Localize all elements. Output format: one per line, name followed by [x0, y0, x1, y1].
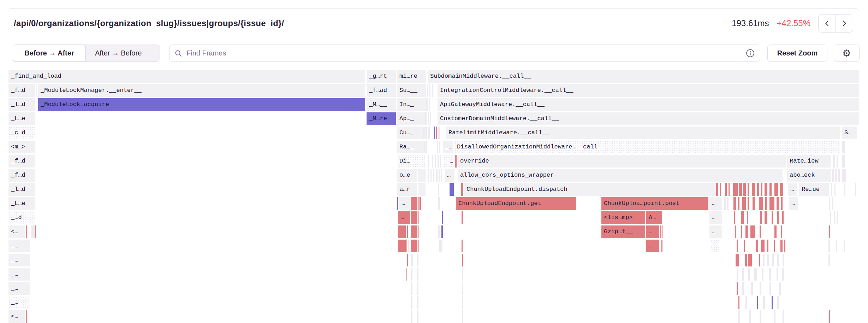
flame-frame[interactable]: Rate…iew: [787, 155, 831, 168]
flame-frame[interactable]: [774, 225, 777, 238]
flame-frame[interactable]: [411, 211, 417, 224]
flame-frame[interactable]: [733, 197, 736, 210]
flame-frame[interactable]: [735, 225, 736, 238]
flame-frame[interactable]: [742, 197, 746, 210]
flame-frame[interactable]: _c…d: [8, 127, 35, 139]
flame-frame[interactable]: [748, 254, 752, 266]
flame-frame[interactable]: [749, 310, 751, 323]
flame-frame[interactable]: [762, 268, 763, 281]
flame-frame[interactable]: ChunkUploadEndpoint.get: [456, 197, 576, 210]
flame-frame[interactable]: [725, 183, 727, 196]
flame-frame[interactable]: _L…e: [8, 197, 35, 210]
flame-frame[interactable]: [418, 169, 426, 182]
flame-frame[interactable]: Gzip…t__: [601, 225, 645, 238]
flame-frame[interactable]: [747, 211, 748, 224]
flame-frame[interactable]: [741, 225, 742, 238]
flame-frame[interactable]: <lis…mp>: [601, 211, 645, 224]
flame-frame[interactable]: [750, 225, 755, 238]
flame-frame[interactable]: [434, 127, 435, 139]
flame-frame[interactable]: [734, 211, 735, 224]
flame-frame[interactable]: _…: [443, 141, 453, 153]
flame-frame[interactable]: [418, 197, 420, 210]
flame-frame[interactable]: [437, 141, 438, 153]
flame-frame[interactable]: [774, 310, 775, 323]
flame-frame[interactable]: Di…_: [397, 155, 426, 168]
flame-frame[interactable]: _…: [8, 268, 30, 281]
flame-frame[interactable]: [842, 141, 845, 153]
flame-frame[interactable]: [742, 282, 744, 295]
flame-frame[interactable]: [432, 84, 433, 97]
flame-frame[interactable]: [430, 169, 432, 182]
flame-frame[interactable]: [772, 296, 773, 309]
flame-frame[interactable]: [417, 254, 418, 266]
flame-frame[interactable]: [411, 240, 417, 252]
flame-frame[interactable]: [417, 310, 418, 323]
flame-frame[interactable]: [737, 268, 738, 281]
flame-frame[interactable]: [830, 211, 831, 224]
flame-frame[interactable]: _g…rt: [367, 70, 396, 83]
flame-frame[interactable]: [398, 240, 406, 252]
reset-zoom-button[interactable]: Reset Zoom: [767, 45, 827, 62]
flame-frame[interactable]: [780, 183, 783, 196]
flame-frame[interactable]: _ModuleLock.acquire: [38, 98, 365, 111]
flame-frame[interactable]: [754, 268, 757, 281]
flame-frame[interactable]: [760, 282, 761, 295]
flame-frame[interactable]: [428, 112, 429, 125]
flame-frame[interactable]: [438, 197, 440, 210]
flame-frame[interactable]: [441, 225, 443, 238]
flame-frame[interactable]: In…_: [397, 98, 426, 111]
flame-frame[interactable]: [423, 127, 424, 139]
flame-frame[interactable]: [409, 240, 409, 252]
flame-frame[interactable]: [752, 183, 755, 196]
flame-frame[interactable]: [777, 197, 779, 210]
flame-frame[interactable]: [745, 254, 747, 266]
flame-frame[interactable]: [780, 240, 783, 252]
flame-frame[interactable]: [767, 254, 769, 266]
flame-frame[interactable]: [769, 282, 771, 295]
flame-frame[interactable]: _…: [8, 254, 30, 266]
flame-frame[interactable]: _M…re: [367, 112, 396, 125]
flame-frame[interactable]: [439, 169, 440, 182]
flame-frame[interactable]: [774, 183, 778, 196]
flame-frame[interactable]: [774, 240, 775, 252]
flame-frame[interactable]: [26, 225, 27, 238]
flame-frame[interactable]: [736, 254, 739, 266]
flame-frame[interactable]: [837, 155, 838, 168]
flame-frame[interactable]: [829, 197, 830, 210]
flame-frame[interactable]: [782, 268, 784, 281]
flame-frame[interactable]: [779, 282, 781, 295]
flame-frame[interactable]: [855, 183, 856, 196]
flame-frame[interactable]: [761, 240, 765, 252]
flame-frame[interactable]: ApiGatewayMiddleware.__call__: [438, 98, 859, 111]
flame-frame[interactable]: [781, 197, 783, 210]
flame-frame[interactable]: [837, 211, 838, 224]
flame-frame[interactable]: [428, 127, 430, 139]
flame-frame[interactable]: [769, 197, 774, 210]
flame-frame[interactable]: …: [646, 225, 659, 238]
flame-frame[interactable]: [738, 310, 740, 323]
flame-frame[interactable]: [783, 254, 784, 266]
flame-frame[interactable]: [411, 310, 412, 323]
flame-frame[interactable]: [833, 155, 835, 168]
flame-frame[interactable]: …: [709, 225, 722, 238]
flame-frame[interactable]: [777, 254, 779, 266]
flame-frame[interactable]: …: [709, 211, 722, 224]
flame-frame[interactable]: [842, 169, 846, 182]
flame-frame[interactable]: [729, 183, 730, 196]
flame-frame[interactable]: [438, 225, 440, 238]
flame-frame[interactable]: [438, 155, 439, 168]
flame-frame[interactable]: [763, 254, 765, 266]
flame-frame[interactable]: [427, 84, 428, 97]
flame-frame[interactable]: [737, 240, 738, 252]
flame-frame[interactable]: _M…__: [367, 98, 396, 111]
flame-frame[interactable]: [462, 296, 463, 309]
flame-frame[interactable]: [829, 310, 830, 323]
flame-frame[interactable]: [426, 141, 427, 153]
flame-frame[interactable]: [462, 211, 463, 224]
flame-frame[interactable]: …: [646, 240, 659, 252]
flame-frame[interactable]: [829, 225, 830, 238]
flame-frame[interactable]: [420, 197, 421, 210]
flame-frame[interactable]: _find_and_load: [8, 70, 365, 83]
flame-frame[interactable]: Ra…_: [397, 141, 426, 153]
flame-frame[interactable]: [462, 254, 463, 266]
